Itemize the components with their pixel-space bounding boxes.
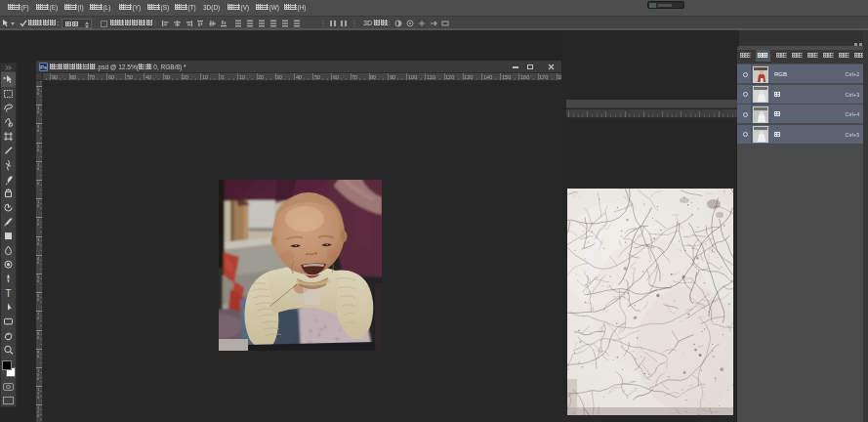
- svg-text:T: T: [5, 288, 11, 299]
